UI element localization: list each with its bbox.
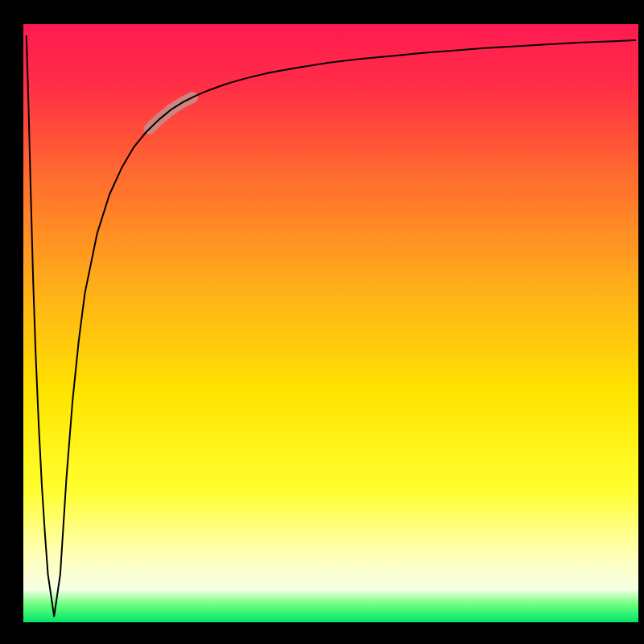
plot-area-rect [23,24,638,622]
chart-svg [0,0,644,644]
chart-stage: TheBottleneck.com [0,0,644,644]
